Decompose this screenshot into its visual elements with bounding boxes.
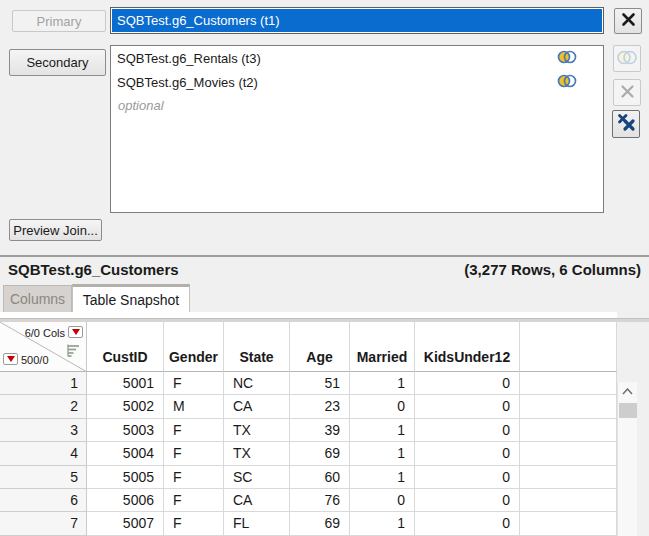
secondary-table-item[interactable]: SQBTest.g6_Rentals (t3) [111,47,603,70]
remove-primary-button[interactable] [614,8,642,34]
cell: 0 [350,489,415,512]
rows-red-triangle-menu[interactable] [3,353,18,365]
cell: 1 [350,512,415,535]
primary-table-selected-item[interactable]: SQBTest.g6_Customers (t1) [112,9,602,32]
remove-join-button[interactable] [613,79,641,106]
scrollbar-up-icon[interactable] [618,383,637,400]
secondary-tables-list[interactable]: SQBTest.g6_Rentals (t3) SQBTest.g6_Movie… [110,45,604,213]
secondary-table-item[interactable]: SQBTest.g6_Movies (t2) [111,71,603,94]
tab-columns[interactable]: Columns [3,285,72,312]
cell: 5004 [87,442,164,465]
cell: 1 [350,442,415,465]
secondary-table-label: SQBTest.g6_Rentals (t3) [117,51,261,66]
column-header: Age [290,322,350,372]
secondary-table-label: SQBTest.g6_Movies (t2) [117,75,258,90]
cell: 5007 [87,512,164,535]
cell: 0 [415,419,520,442]
cell: 0 [415,442,520,465]
close-icon [620,84,635,102]
cell: 5003 [87,419,164,442]
venn-join-icon [616,50,638,68]
columns-red-triangle-menu[interactable] [68,326,83,338]
cell: CA [224,395,290,418]
cell: 51 [290,372,350,395]
table-corner-cell: 6/0 Cols 500/0 [0,322,87,372]
cell: NC [224,372,290,395]
venn-join-icon[interactable] [557,50,577,67]
cell: 0 [350,395,415,418]
column-header: Gender [164,322,224,372]
cell: 39 [290,419,350,442]
cell: 0 [415,512,520,535]
cell: TX [224,419,290,442]
row-number: 5 [0,466,87,489]
cell: 0 [415,466,520,489]
cell: CA [224,489,290,512]
venn-join-icon[interactable] [557,74,577,91]
rows-counter: 500/0 [21,354,49,366]
tab-table-snapshot[interactable]: Table Snapshot [72,284,190,312]
edit-join-button[interactable] [613,45,641,72]
cell: F [164,419,224,442]
snapshot-grid: 6/0 Cols 500/0 CustID Gender State Age [0,322,617,536]
double-x-icon [617,113,636,135]
column-header: KidsUnder12 [415,322,520,372]
red-triangle-icon [7,356,15,362]
row-number: 7 [0,512,87,535]
cell: 1 [350,419,415,442]
cell: 1 [350,372,415,395]
cell: 0 [415,489,520,512]
column-header: State [224,322,290,372]
column-header: CustID [87,322,164,372]
columns-panel-icon [67,344,80,360]
cell: 69 [290,442,350,465]
cell: 1 [350,466,415,489]
cell: 5006 [87,489,164,512]
row-number: 6 [0,489,87,512]
columns-counter: 6/0 Cols [25,327,65,339]
row-number: 3 [0,419,87,442]
cell: 0 [415,395,520,418]
row-number: 2 [0,395,87,418]
cell: 0 [415,372,520,395]
result-table-name: SQBTest.g6_Customers [8,261,179,278]
result-dimensions: (3,277 Rows, 6 Columns) [464,261,641,278]
query-builder-join-panel: Primary SQBTest.g6_Customers (t1) Second… [0,0,649,536]
cell: 69 [290,512,350,535]
cell: F [164,489,224,512]
column-header: Married [350,322,415,372]
cell: SC [224,466,290,489]
cell: 76 [290,489,350,512]
cell: 5001 [87,372,164,395]
remove-all-joins-button[interactable] [612,110,640,138]
column-header-empty [520,322,617,372]
secondary-button[interactable]: Secondary [9,49,106,76]
section-divider [0,255,649,257]
table-snapshot-panel: 6/0 Cols 500/0 CustID Gender State Age [0,312,649,536]
red-triangle-icon [72,329,80,335]
secondary-optional-placeholder: optional [111,94,603,117]
cell: 5002 [87,395,164,418]
primary-button[interactable]: Primary [12,10,106,32]
cell: 5005 [87,466,164,489]
cell: F [164,442,224,465]
cell: F [164,466,224,489]
cell: F [164,512,224,535]
cell: 23 [290,395,350,418]
cell: 60 [290,466,350,489]
cell: F [164,372,224,395]
cell: TX [224,442,290,465]
primary-table-field[interactable]: SQBTest.g6_Customers (t1) [110,7,604,34]
vertical-scrollbar[interactable] [617,382,637,536]
row-number: 4 [0,442,87,465]
preview-join-button[interactable]: Preview Join... [9,219,102,241]
cell: FL [224,512,290,535]
cell: M [164,395,224,418]
close-icon [621,12,636,30]
scrollbar-thumb[interactable] [619,403,637,418]
row-number: 1 [0,372,87,395]
